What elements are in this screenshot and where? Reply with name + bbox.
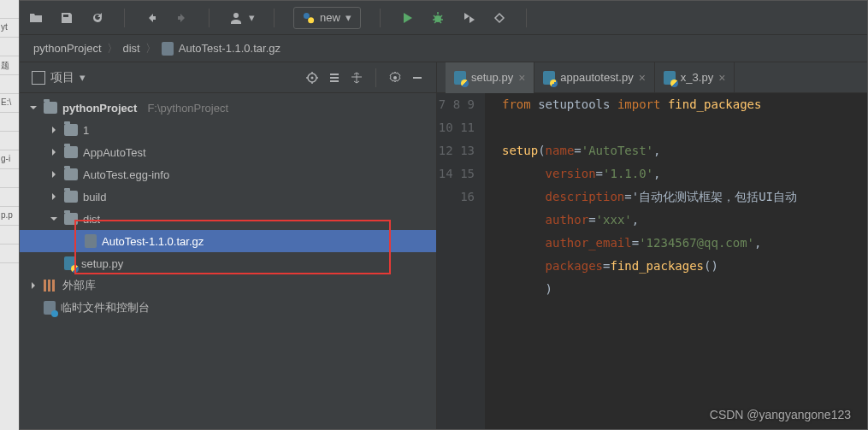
tree-file-setup[interactable]: setup.py xyxy=(20,252,436,274)
open-icon[interactable] xyxy=(28,10,44,26)
toolbar-separator xyxy=(526,9,527,27)
python-file-icon xyxy=(543,71,555,85)
chevron-right-icon[interactable] xyxy=(49,169,59,180)
tree-folder[interactable]: AutoTest.egg-info xyxy=(20,163,436,186)
tree-label: 1 xyxy=(83,124,89,137)
minimize-icon[interactable] xyxy=(410,71,424,85)
chevron-down-icon[interactable] xyxy=(28,103,38,113)
folder-icon xyxy=(44,102,57,114)
scratch-icon xyxy=(44,301,56,315)
svg-point-1 xyxy=(308,17,314,23)
editor-tab-bar: setup.py × appautotest.py × x_3.py × xyxy=(437,62,867,93)
project-panel-title: 项目 xyxy=(50,70,74,85)
tree-label: dist xyxy=(83,213,100,226)
tree-folder[interactable]: build xyxy=(20,186,436,208)
tree-folder-dist[interactable]: dist xyxy=(20,208,436,230)
tree-root-label: pythonProject xyxy=(62,102,137,115)
archive-file-icon xyxy=(162,42,174,56)
folder-icon xyxy=(64,124,78,136)
folder-icon xyxy=(64,213,78,225)
tab-label: appautotest.py xyxy=(560,71,633,84)
reload-icon[interactable] xyxy=(90,10,105,26)
breadcrumb-item[interactable]: pythonProject xyxy=(33,42,102,55)
chevron-right-icon[interactable] xyxy=(49,147,59,157)
main-window: ▾ new ▾ pythonProject 〉 dist 〉 AutoTest-… xyxy=(19,0,868,430)
line-gutter: 7 8 9 10 11 12 13 14 15 16 xyxy=(437,93,485,429)
tree-folder[interactable]: 1 xyxy=(20,119,436,141)
tree-label: AutoTest-1.1.0.tar.gz xyxy=(102,235,204,248)
python-file-icon xyxy=(454,71,466,85)
archive-file-icon xyxy=(85,234,97,248)
tab-label: setup.py xyxy=(471,71,513,84)
expand-all-icon[interactable] xyxy=(328,71,341,85)
save-icon[interactable] xyxy=(59,10,74,26)
tree-label: setup.py xyxy=(81,257,123,270)
left-cutoff-strip: yt题E:\g-ip.p xyxy=(0,0,19,430)
python-file-icon xyxy=(64,256,76,270)
folder-icon xyxy=(64,191,78,203)
editor-area: setup.py × appautotest.py × x_3.py × 7 8… xyxy=(437,62,867,429)
close-icon[interactable]: × xyxy=(518,71,525,85)
run-config-selector[interactable]: new ▾ xyxy=(293,7,361,29)
chevron-right-icon[interactable] xyxy=(49,191,59,202)
project-view-selector[interactable]: 项目 ▾ xyxy=(32,70,86,85)
project-panel-header: 项目 ▾ xyxy=(20,62,436,93)
tree-external-libs[interactable]: 外部库 xyxy=(20,274,436,297)
toolbar-separator xyxy=(380,9,381,27)
tree-scratches[interactable]: 临时文件和控制台 xyxy=(20,297,436,319)
tree-label: 外部库 xyxy=(62,278,96,293)
workspace-body: 项目 ▾ pythonProject F:\pythonProject xyxy=(20,62,867,429)
editor-tab[interactable]: x_3.py × xyxy=(655,62,735,93)
folder-icon xyxy=(64,168,78,180)
svg-point-4 xyxy=(311,76,314,79)
tab-label: x_3.py xyxy=(681,71,713,84)
breadcrumb-item[interactable]: dist xyxy=(123,42,140,55)
forward-icon[interactable] xyxy=(174,10,190,26)
project-tool-window: 项目 ▾ pythonProject F:\pythonProject xyxy=(20,62,437,429)
locate-icon[interactable] xyxy=(305,71,319,85)
breadcrumb-item[interactable]: AutoTest-1.1.0.tar.gz xyxy=(179,42,280,55)
tree-file-selected[interactable]: AutoTest-1.1.0.tar.gz xyxy=(20,230,436,252)
editor-tab[interactable]: setup.py × xyxy=(446,62,534,93)
run-icon[interactable] xyxy=(399,10,415,26)
collapse-all-icon[interactable] xyxy=(350,71,363,85)
toolbar-separator xyxy=(274,9,275,27)
code-content[interactable]: from setuptools import find_packages set… xyxy=(485,93,867,429)
chevron-right-icon[interactable] xyxy=(49,125,59,135)
project-tree[interactable]: pythonProject F:\pythonProject 1 AppAuto… xyxy=(20,93,436,429)
back-icon[interactable] xyxy=(144,10,159,26)
folder-icon xyxy=(64,146,78,158)
main-toolbar: ▾ new ▾ xyxy=(20,1,867,35)
toolbar-separator xyxy=(124,9,125,27)
user-icon[interactable] xyxy=(228,10,244,26)
editor-tab[interactable]: appautotest.py × xyxy=(534,62,654,93)
chevron-down-icon[interactable] xyxy=(49,214,59,224)
attach-icon[interactable] xyxy=(492,10,507,26)
library-icon xyxy=(44,280,57,292)
chevron-right-icon[interactable] xyxy=(28,280,38,291)
tree-root-path: F:\pythonProject xyxy=(147,102,228,115)
toolbar-separator xyxy=(209,9,210,27)
project-view-icon xyxy=(32,71,45,85)
more-run-icon[interactable] xyxy=(461,10,476,26)
chevron-right-icon: 〉 xyxy=(107,41,118,56)
tree-label: AppAutoTest xyxy=(83,146,146,159)
debug-icon[interactable] xyxy=(430,10,446,26)
python-icon xyxy=(303,12,315,24)
tree-label: AutoTest.egg-info xyxy=(83,168,169,181)
python-file-icon xyxy=(664,71,676,85)
tree-label: build xyxy=(83,191,106,203)
close-icon[interactable]: × xyxy=(639,71,646,85)
code-editor[interactable]: 7 8 9 10 11 12 13 14 15 16 from setuptoo… xyxy=(437,93,867,429)
breadcrumb: pythonProject 〉 dist 〉 AutoTest-1.1.0.ta… xyxy=(20,35,867,62)
svg-point-0 xyxy=(304,12,310,18)
close-icon[interactable]: × xyxy=(718,71,725,85)
gear-icon[interactable] xyxy=(388,71,402,85)
svg-point-5 xyxy=(393,76,397,80)
toolbar-separator xyxy=(375,68,376,87)
run-config-label: new xyxy=(320,11,340,24)
tree-root[interactable]: pythonProject F:\pythonProject xyxy=(20,97,436,119)
tree-folder[interactable]: AppAutoTest xyxy=(20,141,436,163)
tree-label: 临时文件和控制台 xyxy=(61,300,150,315)
watermark: CSDN @yangyangone123 xyxy=(710,408,851,421)
